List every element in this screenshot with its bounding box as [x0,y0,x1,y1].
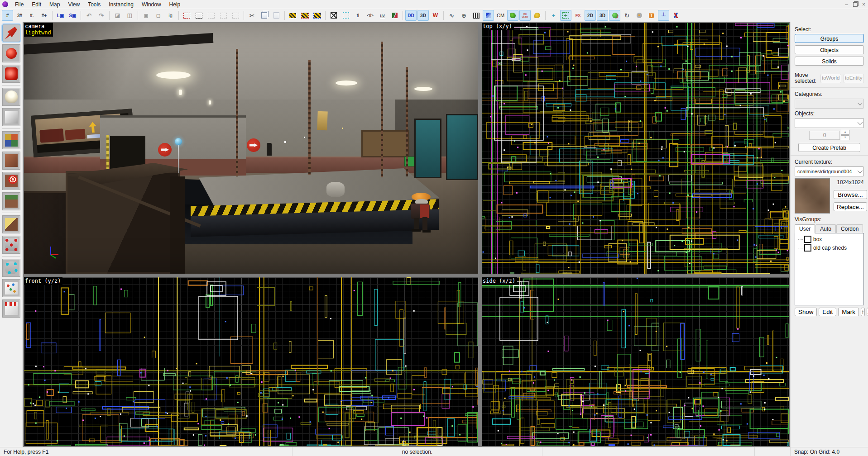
lamp-helper-button[interactable] [633,10,645,21]
morph-tool-button[interactable] [2,259,20,277]
fx-eye-button[interactable]: FX [572,10,584,21]
squiggle-button[interactable]: ∿ [446,10,457,21]
decal-tool-button[interactable] [2,172,20,190]
show-button[interactable]: Show [795,308,817,316]
sprinkle-tool-button[interactable] [2,279,20,297]
visgroups-list[interactable]: boxold cap sheds [795,233,864,305]
prefab-count-field[interactable]: 0 [809,131,840,140]
texture-eye-button[interactable]: T [646,10,657,21]
flip-objects-button[interactable] [389,10,400,21]
models-2d-button[interactable]: 2D [585,10,596,21]
ignore-groups-button[interactable]: ig [165,10,176,21]
yellow-model-button[interactable] [532,10,543,21]
viewport-side[interactable]: side (x/z) [482,277,789,446]
grid-smaller-button[interactable]: #- [26,10,38,21]
world-sphere-button[interactable] [609,10,620,21]
select-groups-button[interactable]: Groups [795,34,864,43]
visgroups-tab-auto[interactable]: Auto [815,224,836,233]
no-draw-button[interactable]: no draw [519,10,531,21]
selection-box-mode-button[interactable] [328,10,339,21]
menu-help[interactable]: Help [165,1,185,8]
colormod-button[interactable]: CM [495,10,506,21]
models-3d-button[interactable]: 3D [597,10,608,21]
visgroup-label[interactable]: box [813,236,822,242]
lasso-select-mode-button[interactable] [340,10,351,21]
visgroup-checkbox[interactable] [804,236,811,243]
fade-preview-button[interactable] [483,10,494,21]
select-objects-button[interactable]: Objects [795,45,864,54]
selection-tool-button[interactable] [2,24,20,42]
foliage-button[interactable] [507,10,518,21]
rotate-circle-button[interactable]: ↻ [621,10,633,21]
top-view-canvas[interactable] [482,23,789,274]
visgroup-label[interactable]: old cap sheds [813,245,847,251]
visgroups-tab-user[interactable]: User [795,224,815,233]
browse-button[interactable]: Browse... [834,190,867,199]
cordon-toggle-button[interactable] [193,10,205,21]
helpers-box-button[interactable] [560,10,571,21]
front-viewport-label[interactable]: front (y/z) [24,277,62,285]
cordon-tool-button[interactable] [2,299,20,318]
vertex-tool-button[interactable] [2,236,20,254]
texture-scale-lock-button[interactable]: <tl> [364,10,376,21]
uv-lock-button[interactable]: uv [377,10,388,21]
cordon-edit-button[interactable] [181,10,192,21]
displacement-mask-button[interactable]: DD [405,10,417,21]
hazard-stripes-solid-button[interactable] [287,10,298,21]
road-crossing-button[interactable] [670,10,681,21]
menu-tools[interactable]: Tools [84,1,105,8]
select-solids-button[interactable]: Solids [795,57,864,66]
menu-window[interactable]: Window [138,1,165,8]
overlay-tool-button[interactable] [2,192,20,210]
window-restore-button[interactable] [851,0,859,8]
categories-dropdown[interactable] [795,99,864,109]
camera-tool-button[interactable] [2,65,20,83]
displacement-walkable-button[interactable]: W [430,10,441,21]
texture-lock-button[interactable]: tl [352,10,364,21]
magnify-tool-button[interactable] [2,44,20,62]
apply-texture-tool-button[interactable] [2,152,20,170]
menu-edit[interactable]: Edit [28,1,45,8]
grid-toggle-button[interactable]: # [2,10,13,21]
objects-dropdown[interactable] [795,118,864,128]
entity-tool-button[interactable] [2,88,20,106]
menu-map[interactable]: Map [45,1,64,8]
copy-button[interactable] [259,10,270,21]
detail-stripes-button[interactable] [470,10,482,21]
hazard-stripes-dashed-red-button[interactable] [299,10,311,21]
sphere-helper-button[interactable]: ⊕ [458,10,470,21]
move-down-button[interactable]: ↓ [867,308,868,316]
clipping-tool-button[interactable] [2,215,20,233]
window-close-button[interactable]: × [859,0,868,8]
viewport-front[interactable]: front (y/z) [24,277,478,446]
mark-button[interactable]: Mark [838,308,859,316]
create-prefab-button[interactable]: Create Prefab [798,143,861,152]
grid-3d-toggle-button[interactable]: 3# [14,10,25,21]
helpers-plus-eye-button[interactable]: + [548,10,559,21]
camera-viewport-label[interactable]: camera lightwnd [24,23,53,37]
grid-larger-button[interactable]: #+ [38,10,50,21]
spinner-up-button[interactable]: ▲ [841,130,849,135]
spinner-down-button[interactable]: ▼ [841,135,849,140]
antenna-button[interactable]: ┴ [658,10,669,21]
viewport-top[interactable]: top (x/y) [482,23,789,274]
side-view-canvas[interactable] [482,277,789,446]
block-tool-button[interactable] [2,108,20,126]
front-view-canvas[interactable] [24,277,478,446]
replace-button[interactable]: Replace... [834,202,867,211]
menu-view[interactable]: View [64,1,84,8]
viewport-camera-3d[interactable]: camera lightwnd [24,23,478,274]
menu-instancing[interactable]: Instancing [105,1,138,8]
visgroup-checkbox[interactable] [804,244,811,252]
hazard-stripes-dashed-blue-button[interactable] [312,10,323,21]
visgroups-tab-cordon[interactable]: Cordon [836,224,863,233]
texture-dropdown[interactable]: coalmines/dirtground004 [795,166,864,176]
cut-button[interactable]: ✂ [246,10,258,21]
load-window-state-button[interactable]: L▣ [55,10,66,21]
window-minimize-button[interactable]: – [842,0,851,8]
displacement-3d-button[interactable]: 3D [417,10,429,21]
menu-file[interactable]: File [11,1,28,8]
save-window-state-button[interactable]: S▣ [67,10,78,21]
edit-button[interactable]: Edit [819,308,836,316]
move-up-button[interactable]: ↑ [861,308,865,316]
